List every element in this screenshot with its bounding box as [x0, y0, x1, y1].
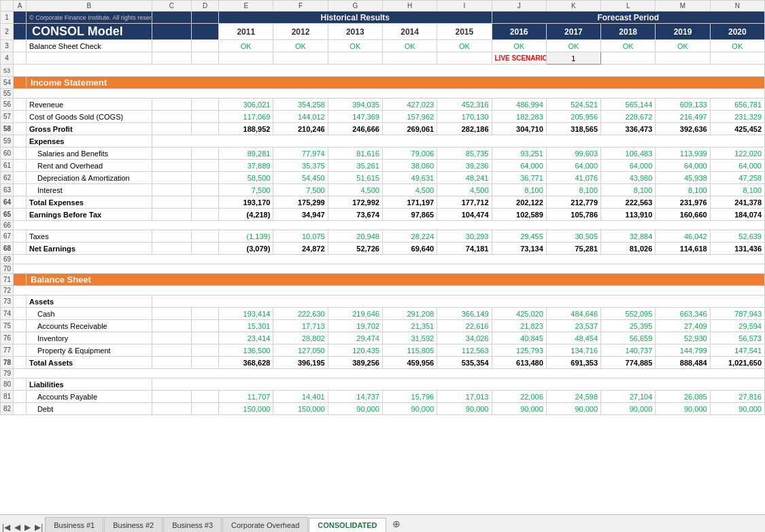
rent-2018: 64,000 [601, 160, 656, 172]
r79-empty [14, 369, 765, 378]
tax-2017: 30,505 [546, 230, 600, 243]
ppe-label: Property & Equipment [27, 344, 152, 357]
col-m-header: M [656, 1, 710, 12]
tab-business-3[interactable]: Business #3 [163, 517, 222, 532]
da-2015: 48,241 [437, 172, 492, 184]
ta-2014: 459,956 [382, 357, 437, 369]
ok-2014: OK [382, 40, 437, 52]
row-num-4: 4 [1, 52, 14, 65]
net-2012: 24,872 [273, 243, 328, 255]
historical-header: Historical Results [219, 12, 492, 24]
ar-2014: 21,351 [382, 320, 437, 332]
row-num-75: 75 [1, 320, 14, 332]
row-num-64: 64 [1, 196, 14, 209]
cash-label: Cash [27, 308, 152, 320]
da-2020: 47,258 [710, 172, 764, 184]
r4-c [152, 52, 191, 65]
year-2012: 2012 [273, 24, 328, 40]
r58-d [191, 123, 218, 135]
tab-scroll-left[interactable]: ◀ [12, 522, 22, 532]
r76-a [14, 332, 27, 344]
ap-2018: 27,104 [601, 391, 656, 403]
tax-2013: 20,948 [328, 230, 382, 243]
live-val[interactable]: 1 [546, 52, 600, 65]
ta-2016: 613,480 [492, 357, 546, 369]
row-num-74: 74 [1, 308, 14, 320]
tab-corporate-overhead[interactable]: Corporate Overhead [222, 517, 308, 532]
inv-2013: 29,474 [328, 332, 382, 344]
cash-2013: 219,646 [328, 308, 382, 320]
debt-2019: 90,000 [656, 403, 710, 415]
row-60: 60 Salaries and Benefits 89,281 77,974 8… [1, 147, 765, 160]
tax-2012: 10,075 [273, 230, 328, 243]
r4-b [27, 52, 152, 65]
gp-2011: 188,952 [219, 123, 273, 135]
r77-a [14, 344, 27, 357]
tab-scroll-right[interactable]: ▶ [22, 522, 33, 532]
r4-i [437, 52, 492, 65]
salaries-label: Salaries and Benefits [27, 147, 152, 160]
row-79: 79 [1, 369, 765, 378]
r4-f [273, 52, 328, 65]
ebt-2011: (4,218) [219, 209, 273, 221]
tab-scroll-start[interactable]: |◀ [0, 522, 12, 532]
row-num-71: 71 [1, 274, 14, 286]
r1-a [14, 12, 27, 24]
ebt-label: Earnings Before Tax [27, 209, 152, 221]
row-num-69: 69 [1, 255, 14, 264]
cogs-2013: 147,369 [328, 111, 382, 123]
r78-a [14, 357, 27, 369]
r56-a [14, 99, 27, 111]
col-n-header: N [710, 1, 764, 12]
rent-2016: 64,000 [492, 160, 546, 172]
col-f-header: F [273, 1, 328, 12]
rent-2012: 35,375 [273, 160, 328, 172]
int-2020: 8,100 [710, 184, 764, 196]
row-4: 4 LIVE SCENARIO 1 [1, 52, 765, 65]
r2-d [191, 24, 218, 40]
r62-d [191, 172, 218, 184]
ap-2011: 11,707 [219, 391, 273, 403]
ar-2018: 25,395 [601, 320, 656, 332]
ap-2020: 27,816 [710, 391, 764, 403]
da-2019: 45,938 [656, 172, 710, 184]
tab-business-1[interactable]: Business #1 [45, 517, 103, 532]
tab-scroll-end[interactable]: ▶| [33, 522, 45, 532]
ap-2012: 14,401 [273, 391, 328, 403]
r64-d [191, 196, 218, 209]
tab-bar: |◀ ◀ ▶ ▶| Business #1 Business #2 Busine… [0, 514, 765, 532]
tab-consolidated[interactable]: CONSOLIDATED [309, 518, 386, 532]
row-num-72: 72 [1, 286, 14, 296]
da-2011: 58,500 [219, 172, 273, 184]
sal-2020: 122,020 [710, 147, 764, 160]
balance-sheet-header: Balance Sheet [27, 274, 765, 286]
income-statement-header: Income Statement [27, 77, 765, 89]
gp-2018: 336,473 [601, 123, 656, 135]
add-tab-button[interactable]: ⊕ [387, 516, 406, 532]
ap-2017: 24,598 [546, 391, 600, 403]
rev-2018: 565,144 [601, 99, 656, 111]
tab-business-2[interactable]: Business #2 [104, 517, 163, 532]
ap-label: Accounts Payable [27, 391, 152, 403]
year-2013: 2013 [328, 24, 382, 40]
net-2019: 114,618 [656, 243, 710, 255]
row-55: 55 [1, 89, 765, 99]
ar-2020: 29,594 [710, 320, 764, 332]
row-num-55: 55 [1, 89, 14, 99]
col-j-header: J [492, 1, 546, 12]
r76-c [152, 332, 191, 344]
ok-2020: OK [710, 40, 764, 52]
r3-a [14, 40, 27, 52]
gp-2020: 425,452 [710, 123, 764, 135]
net-2017: 75,281 [546, 243, 600, 255]
ebt-2020: 184,074 [710, 209, 764, 221]
cogs-2015: 170,130 [437, 111, 492, 123]
col-k-header: K [546, 1, 600, 12]
r66-empty [14, 221, 765, 230]
r3-c [152, 40, 191, 52]
r80-rest [152, 378, 764, 391]
te-2017: 212,779 [546, 196, 600, 209]
ppe-2019: 144,799 [656, 344, 710, 357]
row-num-73: 73 [1, 296, 14, 308]
r65-a [14, 209, 27, 221]
